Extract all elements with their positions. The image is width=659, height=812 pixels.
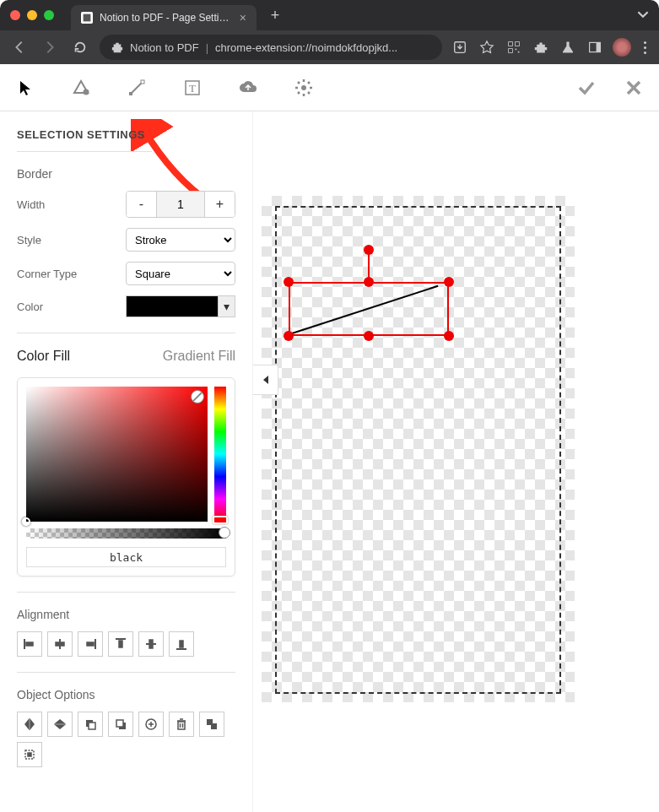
bm-handle[interactable]: [364, 331, 374, 341]
bring-front-button[interactable]: [78, 712, 103, 737]
minimize-window-icon[interactable]: [27, 10, 37, 20]
svg-rect-44: [28, 753, 31, 756]
svg-rect-6: [516, 49, 517, 51]
reload-button[interactable]: [69, 36, 91, 58]
hue-slider[interactable]: [214, 387, 226, 522]
panel-title: SELECTION SETTINGS: [17, 128, 152, 152]
panel-icon[interactable]: [586, 38, 604, 57]
align-bottom-button[interactable]: [169, 631, 194, 657]
svg-point-16: [301, 85, 306, 90]
svg-rect-26: [149, 640, 153, 648]
saturation-area[interactable]: [26, 387, 208, 522]
svg-rect-24: [119, 641, 122, 647]
crop-button[interactable]: [199, 712, 224, 737]
select-tool-button[interactable]: [10, 73, 41, 103]
tab-title: Notion to PDF - Page Settings: [100, 12, 233, 24]
bl-handle[interactable]: [284, 331, 294, 341]
flip-vertical-button[interactable]: [47, 712, 73, 737]
svg-rect-7: [518, 51, 520, 53]
corner-label: Corner Type: [17, 268, 77, 280]
svg-rect-9: [597, 42, 601, 51]
width-input[interactable]: [156, 192, 205, 217]
svg-rect-20: [56, 642, 64, 646]
confirm-button[interactable]: [571, 73, 602, 103]
border-section-label: Border: [17, 167, 235, 181]
svg-rect-30: [89, 723, 95, 729]
flip-horizontal-button[interactable]: [17, 712, 42, 737]
svg-point-10: [84, 89, 89, 95]
tabs-overflow-icon[interactable]: [637, 8, 649, 23]
extensions-icon[interactable]: [532, 38, 550, 57]
object-options-label: Object Options: [17, 688, 235, 701]
line-tool-button[interactable]: [122, 73, 152, 103]
color-picker: black: [17, 377, 235, 577]
border-color-swatch[interactable]: ▾: [126, 295, 235, 317]
tr-handle[interactable]: [444, 277, 454, 287]
tab-bar: Notion to PDF - Page Settings × +: [0, 0, 659, 30]
url-field[interactable]: Notion to PDF | chrome-extension://noimd…: [100, 35, 442, 60]
send-back-button[interactable]: [108, 712, 133, 737]
align-right-button[interactable]: [78, 631, 103, 657]
align-h-center-button[interactable]: [47, 631, 73, 657]
no-color-icon[interactable]: [191, 390, 204, 403]
border-color-label: Color: [17, 300, 43, 313]
close-tab-icon[interactable]: ×: [240, 11, 246, 24]
url-prefix: Notion to PDF: [130, 41, 199, 54]
settings-tool-button[interactable]: [289, 73, 319, 103]
install-icon[interactable]: [451, 38, 469, 57]
app-toolbar: T: [0, 64, 659, 111]
delete-button[interactable]: [169, 712, 194, 737]
browser-menu-icon[interactable]: [640, 41, 651, 54]
gradient-fill-tab[interactable]: Gradient Fill: [163, 349, 235, 364]
svg-rect-18: [26, 642, 33, 646]
text-tool-button[interactable]: T: [177, 73, 208, 103]
qr-icon[interactable]: [505, 38, 523, 57]
align-left-button[interactable]: [17, 631, 42, 657]
maximize-window-icon[interactable]: [44, 10, 54, 20]
select-all-button[interactable]: [17, 742, 42, 767]
width-decrement-button[interactable]: -: [127, 192, 156, 217]
labs-icon[interactable]: [559, 38, 577, 57]
sidebar-collapse-button[interactable]: [253, 365, 278, 395]
tm-handle[interactable]: [364, 277, 374, 287]
style-select[interactable]: Stroke: [126, 228, 235, 252]
svg-text:T: T: [189, 82, 196, 95]
profile-avatar[interactable]: [613, 38, 631, 57]
svg-rect-42: [211, 723, 217, 729]
svg-rect-3: [509, 42, 513, 46]
svg-rect-22: [87, 642, 94, 646]
align-top-button[interactable]: [108, 631, 133, 657]
window-controls: [10, 10, 54, 20]
svg-rect-36: [178, 722, 185, 729]
swatch-dropdown-icon[interactable]: ▾: [218, 296, 235, 317]
saturation-handle[interactable]: [22, 517, 30, 526]
upload-tool-button[interactable]: [233, 73, 263, 103]
align-v-center-button[interactable]: [138, 631, 164, 657]
back-button[interactable]: [8, 36, 30, 58]
color-fill-tab[interactable]: Color Fill: [17, 349, 70, 364]
forward-button[interactable]: [39, 36, 61, 58]
corner-select[interactable]: Square: [126, 262, 235, 285]
svg-rect-4: [516, 42, 520, 46]
color-name-display[interactable]: black: [26, 547, 226, 567]
cancel-button[interactable]: [618, 73, 649, 103]
hue-handle[interactable]: [213, 516, 228, 524]
tab-favicon-icon: [81, 12, 93, 24]
alpha-handle[interactable]: [219, 527, 230, 539]
browser-tab[interactable]: Notion to PDF - Page Settings ×: [71, 5, 257, 30]
br-handle[interactable]: [444, 331, 454, 341]
new-tab-button[interactable]: +: [265, 5, 285, 25]
canvas-area[interactable]: Zoom 75%: [253, 111, 659, 812]
close-window-icon[interactable]: [10, 10, 20, 20]
width-increment-button[interactable]: +: [205, 192, 235, 217]
svg-rect-32: [116, 720, 123, 727]
duplicate-button[interactable]: [138, 712, 164, 737]
width-label: Width: [17, 198, 45, 211]
bookmark-icon[interactable]: [478, 38, 496, 57]
selected-shape[interactable]: [289, 282, 449, 336]
alpha-slider[interactable]: [26, 528, 226, 539]
svg-rect-12: [129, 92, 132, 95]
tl-handle[interactable]: [284, 277, 294, 287]
shape-tool-button[interactable]: [66, 73, 96, 103]
page-outline: [275, 206, 561, 694]
